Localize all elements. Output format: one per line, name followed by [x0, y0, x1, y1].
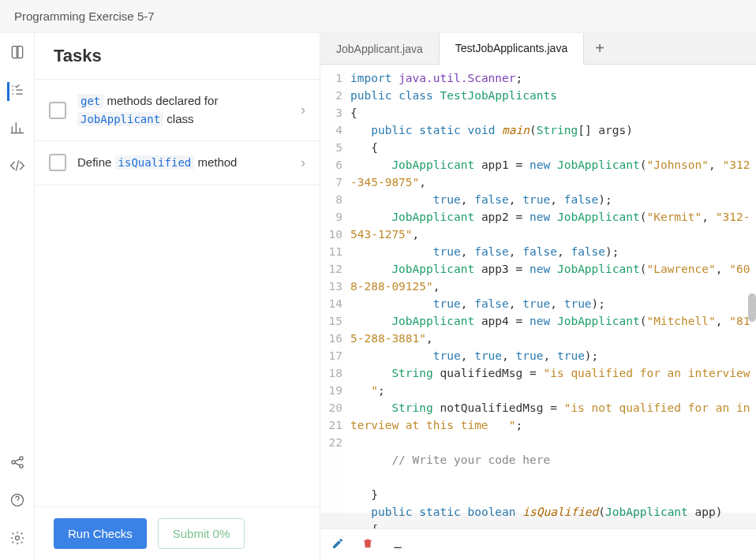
tasks-icon[interactable] [7, 82, 25, 101]
tasks-title: Tasks [35, 33, 320, 79]
task-text: Define isQualified method [77, 154, 290, 172]
settings-icon[interactable] [9, 530, 25, 549]
code-content[interactable]: import java.util.Scanner;public class Te… [347, 65, 756, 528]
code-icon[interactable] [9, 158, 25, 177]
bottom-shadow [320, 513, 756, 528]
help-icon[interactable] [9, 492, 25, 511]
submit-button[interactable]: Submit 0% [158, 518, 245, 549]
tasks-panel: Tasks get methods declared for JobApplic… [35, 33, 320, 560]
task-text: get methods declared for JobApplicant cl… [77, 92, 290, 128]
task-checkbox[interactable] [49, 102, 66, 119]
run-checks-button[interactable]: Run Checks [54, 518, 147, 549]
add-tab-button[interactable]: + [584, 33, 616, 64]
chevron-right-icon: › [301, 155, 305, 171]
task-checkbox[interactable] [49, 154, 66, 171]
svg-point-1 [19, 457, 22, 460]
editor-panel: JobApplicant.javaTestJobApplicants.java+… [320, 33, 756, 560]
edit-icon[interactable] [331, 537, 344, 553]
book-icon[interactable] [9, 44, 25, 63]
chevron-right-icon: › [301, 102, 305, 118]
icon-sidebar [0, 33, 35, 560]
stats-icon[interactable] [9, 120, 25, 139]
svg-point-4 [15, 536, 19, 540]
tab-JobApplicant.java[interactable]: JobApplicant.java [320, 33, 440, 64]
page-header: Programming Exercise 5-7 [0, 0, 756, 33]
trash-icon[interactable] [361, 537, 374, 553]
tab-TestJobApplicants.java[interactable]: TestJobApplicants.java [440, 33, 584, 65]
svg-point-0 [11, 461, 14, 464]
task-item-1[interactable]: Define isQualified method› [35, 141, 320, 185]
task-item-0[interactable]: get methods declared for JobApplicant cl… [35, 79, 320, 141]
page-title: Programming Exercise 5-7 [14, 9, 155, 23]
download-icon[interactable] [391, 537, 404, 553]
tab-bar: JobApplicant.javaTestJobApplicants.java+ [320, 33, 756, 65]
tasks-footer: Run Checks Submit 0% [35, 506, 320, 560]
line-gutter: 12345678910111213141516171819202122 [320, 65, 347, 528]
share-icon[interactable] [9, 454, 25, 473]
svg-point-2 [19, 465, 22, 468]
scrollbar-thumb[interactable] [748, 293, 756, 322]
code-editor[interactable]: 12345678910111213141516171819202122 impo… [320, 65, 756, 528]
editor-toolbar [320, 528, 756, 560]
